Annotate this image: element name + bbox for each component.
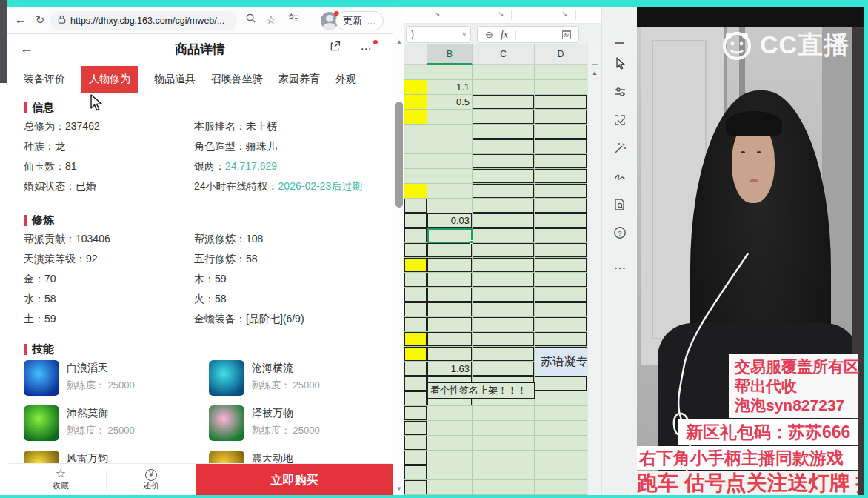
cell[interactable] xyxy=(473,362,535,376)
cell[interactable] xyxy=(473,302,535,317)
cell[interactable] xyxy=(404,65,427,80)
cell[interactable] xyxy=(535,288,587,302)
name-box[interactable]: ) ∨ xyxy=(406,26,471,43)
cell[interactable] xyxy=(535,213,587,228)
signature-icon[interactable] xyxy=(612,169,627,184)
cell[interactable] xyxy=(404,451,427,465)
cell[interactable] xyxy=(404,169,427,184)
cell[interactable] xyxy=(404,139,427,154)
cell[interactable] xyxy=(427,273,473,288)
cell[interactable]: 0.5 xyxy=(427,95,473,110)
cell[interactable] xyxy=(535,199,587,213)
cell[interactable]: 0.03 xyxy=(427,213,473,228)
note-cell[interactable]: 看个性签名上架！！！ xyxy=(427,382,535,399)
cell[interactable] xyxy=(535,80,587,95)
cell[interactable] xyxy=(473,480,535,495)
cell[interactable] xyxy=(404,406,427,421)
cell[interactable] xyxy=(404,421,427,436)
cell[interactable] xyxy=(535,228,587,243)
cell[interactable] xyxy=(473,273,535,288)
cell[interactable] xyxy=(535,65,587,80)
cell[interactable] xyxy=(535,451,587,465)
cell[interactable] xyxy=(535,376,587,391)
cell[interactable] xyxy=(473,213,535,228)
cell[interactable] xyxy=(535,273,587,288)
cell[interactable] xyxy=(427,65,473,80)
cell[interactable] xyxy=(473,243,535,258)
cell[interactable] xyxy=(427,199,473,213)
cell[interactable] xyxy=(473,110,535,124)
cell[interactable] xyxy=(473,169,535,184)
cell[interactable] xyxy=(473,124,535,139)
cell[interactable] xyxy=(473,95,535,110)
cell[interactable] xyxy=(535,243,587,258)
cell[interactable] xyxy=(535,302,587,317)
cell[interactable] xyxy=(535,332,587,347)
cell[interactable] xyxy=(404,465,427,480)
cell[interactable] xyxy=(535,465,587,480)
scrollbar-thumb[interactable] xyxy=(395,102,403,208)
favorite-button[interactable]: ☆ 收藏 xyxy=(16,464,105,495)
cell[interactable] xyxy=(427,184,473,199)
cell[interactable] xyxy=(404,258,427,273)
cell[interactable] xyxy=(404,110,427,124)
address-bar[interactable]: https://dhxy.cbg.163.com/cgi/mweb/... xyxy=(50,11,237,30)
split-handle-icon[interactable]: — xyxy=(588,61,601,67)
cell[interactable] xyxy=(427,436,473,451)
cell[interactable] xyxy=(404,273,427,288)
bargain-button[interactable]: ¥ 还价 xyxy=(107,464,196,495)
scroll-up-icon[interactable]: ▲ xyxy=(588,70,601,76)
cell[interactable] xyxy=(404,80,427,95)
cell[interactable] xyxy=(535,317,587,332)
magic-wand-icon[interactable] xyxy=(612,141,627,156)
cell[interactable] xyxy=(473,139,535,154)
highlight-cell[interactable]: 苏语凝专 xyxy=(535,347,587,376)
cell[interactable] xyxy=(404,199,427,213)
more-icon[interactable] xyxy=(612,261,627,276)
browser-scrollbar[interactable]: ▲ ▼ xyxy=(393,7,404,495)
cell[interactable] xyxy=(427,302,473,317)
cell[interactable] xyxy=(473,228,535,243)
search-icon[interactable] xyxy=(241,7,259,34)
cell[interactable] xyxy=(427,139,473,154)
cell[interactable] xyxy=(535,258,587,273)
cell[interactable] xyxy=(404,228,427,243)
cell[interactable] xyxy=(535,95,587,110)
cell[interactable] xyxy=(404,154,427,169)
cell[interactable] xyxy=(473,317,535,332)
share-icon[interactable] xyxy=(326,36,344,63)
cell[interactable] xyxy=(404,213,427,228)
cell[interactable] xyxy=(404,332,427,347)
cell[interactable] xyxy=(535,169,587,184)
cell[interactable] xyxy=(404,436,427,451)
cell[interactable] xyxy=(427,317,473,332)
dialog-launcher-icon[interactable]: ↘ xyxy=(434,10,440,18)
cell[interactable] xyxy=(404,95,427,110)
cell[interactable] xyxy=(404,288,427,302)
chevron-down-icon[interactable]: ∨ xyxy=(461,27,467,42)
cell[interactable] xyxy=(404,362,427,376)
tab-item[interactable]: 召唤兽坐骑 xyxy=(211,73,263,86)
cell[interactable] xyxy=(535,436,587,451)
cell[interactable] xyxy=(535,391,587,406)
live-stream-panel[interactable]: CC直播 交易服覆盖所有区帮出代收泡泡syn827237 新区礼包码：苏苏666… xyxy=(637,7,864,495)
cell[interactable] xyxy=(535,406,587,421)
cell[interactable] xyxy=(535,139,587,154)
cell[interactable] xyxy=(427,124,473,139)
cell[interactable] xyxy=(535,110,587,124)
cell[interactable] xyxy=(535,154,587,169)
tab-item[interactable]: 物品道具 xyxy=(154,73,196,86)
browser-reload-icon[interactable]: ↻ xyxy=(31,7,49,34)
fx-icon[interactable]: fx xyxy=(501,29,508,41)
cell[interactable] xyxy=(535,421,587,436)
cell[interactable] xyxy=(404,480,427,495)
cell[interactable] xyxy=(404,391,427,406)
cell[interactable] xyxy=(427,243,473,258)
collections-icon[interactable] xyxy=(284,7,302,34)
column-header-a[interactable] xyxy=(404,44,427,65)
scroll-down-icon[interactable]: ▼ xyxy=(393,485,404,492)
bookmark-star-icon[interactable]: ☆ xyxy=(262,7,280,34)
tab-item[interactable]: 家园养育 xyxy=(278,73,320,86)
buy-now-button[interactable]: 立即购买 xyxy=(196,464,393,495)
page-more-icon[interactable]: ⋯ xyxy=(357,36,375,63)
